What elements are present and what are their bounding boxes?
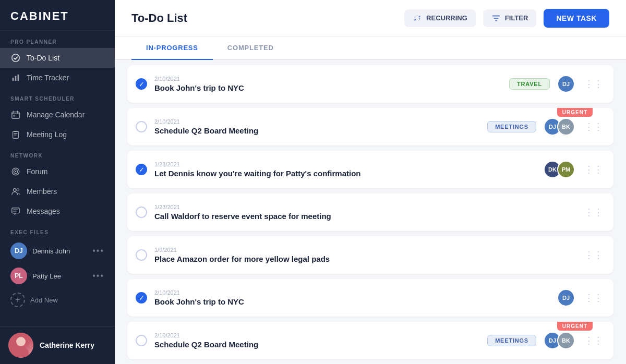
exec-avatar-dennis: DJ [10,242,27,259]
svg-rect-2 [15,76,17,81]
task-title: Book John's trip to NYC [154,297,557,306]
tabs-bar: IN-PROGRESS COMPLETED [115,37,626,60]
task-title: Place Amazon order for more yellow legal… [154,254,582,263]
drag-handle[interactable]: ⋮⋮ [582,249,605,261]
task-date: 2/10/2021 [154,289,557,296]
exec-avatar-patty: PL [10,268,27,284]
task-avatars: DJ [557,75,575,93]
sidebar-item-messages[interactable]: Messages [0,201,115,221]
chart-icon [10,72,21,83]
task-info: 1/23/2021 Call Waldorf to reserve event … [154,204,582,221]
task-row: URGENT 2/10/2021 Schedule Q2 Board Meeti… [127,322,613,359]
task-row: URGENT 2/10/2021 Schedule Q2 Board Meeti… [127,108,613,145]
task-title: Book John's trip to NYC [154,83,509,92]
task-info: 2/10/2021 Book John's trip to NYC [154,289,557,306]
tab-in-progress[interactable]: IN-PROGRESS [131,37,213,60]
recurring-icon [413,14,422,23]
task-checkbox[interactable]: ✓ [136,78,147,90]
task-title: Schedule Q2 Board Meeting [154,340,487,349]
sidebar-item-forum[interactable]: Forum [0,162,115,181]
recurring-button[interactable]: RECURRING [404,9,476,27]
page-title: To-Do List [131,11,187,25]
section-label-network: NETWORK [0,144,115,162]
task-date: 2/10/2021 [154,118,487,125]
svg-point-0 [12,54,19,62]
sidebar-item-label: To-Do List [27,54,59,62]
task-badge: MEETINGS [487,335,536,346]
drag-handle[interactable]: ⋮⋮ [582,335,605,346]
drag-handle[interactable]: ⋮⋮ [582,164,605,175]
svg-rect-12 [12,208,19,213]
recurring-label: RECURRING [426,14,467,22]
task-avatars: DJBK [544,332,575,349]
section-label-pro-planner: PRO PLANNER [0,31,115,48]
task-checkbox[interactable]: ✓ [136,292,147,304]
calendar-icon [10,110,21,120]
task-checkbox[interactable] [136,121,147,132]
task-title: Schedule Q2 Board Meeting [154,126,487,135]
svg-point-10 [14,189,16,191]
check-circle-icon [10,53,21,63]
sidebar-item-label: Time Tracker [27,74,69,82]
task-info: 2/10/2021 Schedule Q2 Board Meeting [154,118,487,135]
main-content: To-Do List RECURRING FILTER NEW TASK [115,0,626,364]
task-avatars: DKPM [544,161,575,178]
new-task-button[interactable]: NEW TASK [544,9,609,28]
task-avatar: DJ [557,75,575,93]
drag-handle[interactable]: ⋮⋮ [582,121,605,132]
task-info: 2/10/2021 Book John's trip to NYC [154,76,509,92]
task-checkbox[interactable]: ✓ [136,164,147,175]
exec-more-patty[interactable]: ••• [92,271,104,281]
task-list: ✓ 2/10/2021 Book John's trip to NYC TRAV… [115,60,626,364]
user-avatar [8,333,33,358]
task-date: 1/23/2021 [154,204,582,210]
add-new-exec-button[interactable]: + Add New [0,288,115,311]
task-avatar: BK [557,332,575,349]
sidebar-item-manage-calendar[interactable]: Manage Calendar [0,105,115,125]
section-label-smart-scheduler: SMART SCHEDULER [0,88,115,105]
drag-handle[interactable]: ⋮⋮ [582,292,605,304]
main-header: To-Do List RECURRING FILTER NEW TASK [115,0,626,37]
drag-handle[interactable]: ⋮⋮ [582,78,605,90]
sidebar-item-members[interactable]: Members [0,181,115,201]
exec-item-patty[interactable]: PL Patty Lee ••• [0,263,115,288]
task-checkbox[interactable] [136,249,147,261]
task-avatar: PM [557,161,575,178]
task-badge: MEETINGS [487,121,536,132]
forum-icon [10,166,21,177]
tab-completed[interactable]: COMPLETED [213,37,288,60]
drag-handle[interactable]: ⋮⋮ [582,207,605,218]
checkmark: ✓ [139,81,145,88]
exec-more-dennis[interactable]: ••• [92,246,104,256]
sidebar-item-todo[interactable]: To-Do List [0,48,115,68]
task-date: 2/10/2021 [154,76,509,82]
filter-label: FILTER [505,14,528,22]
task-title: Call Waldorf to reserve event space for … [154,212,582,221]
task-row: ✓ 2/10/2021 Book John's trip to NYC TRAV… [127,65,613,103]
task-row: ✓ 2/10/2021 Book John's trip to NYC DJ⋮⋮ [127,279,613,317]
task-checkbox[interactable] [136,335,147,346]
section-label-exec-files: EXEC FILES [0,221,115,238]
sidebar-item-label: Messages [27,207,60,215]
user-footer[interactable]: Catherine Kerry [0,326,115,364]
avatar-image [8,333,33,358]
urgent-badge: URGENT [557,108,593,117]
task-row: 1/23/2021 Call Waldorf to reserve event … [127,193,613,231]
task-avatars: DJ [557,289,575,307]
task-row: 1/9/2021 Place Amazon order for more yel… [127,236,613,274]
svg-point-9 [15,171,17,173]
filter-icon [491,14,501,23]
exec-files-list: DJ Dennis John ••• PL Patty Lee ••• + Ad… [0,238,115,326]
exec-item-dennis[interactable]: DJ Dennis John ••• [0,238,115,263]
messages-icon [10,206,21,216]
sidebar-item-time-tracker[interactable]: Time Tracker [0,68,115,88]
task-checkbox[interactable] [136,207,147,218]
sidebar-item-label: Forum [27,167,47,176]
filter-button[interactable]: FILTER [483,9,537,27]
task-badge: TRAVEL [509,78,550,90]
task-date: 2/10/2021 [154,332,487,338]
svg-rect-4 [12,112,19,119]
task-title: Let Dennis know you're waiting for Patty… [154,169,544,178]
sidebar-item-meeting-log[interactable]: Meeting Log [0,125,115,144]
sidebar: CABINET PRO PLANNER To-Do List Time Trac… [0,0,115,364]
